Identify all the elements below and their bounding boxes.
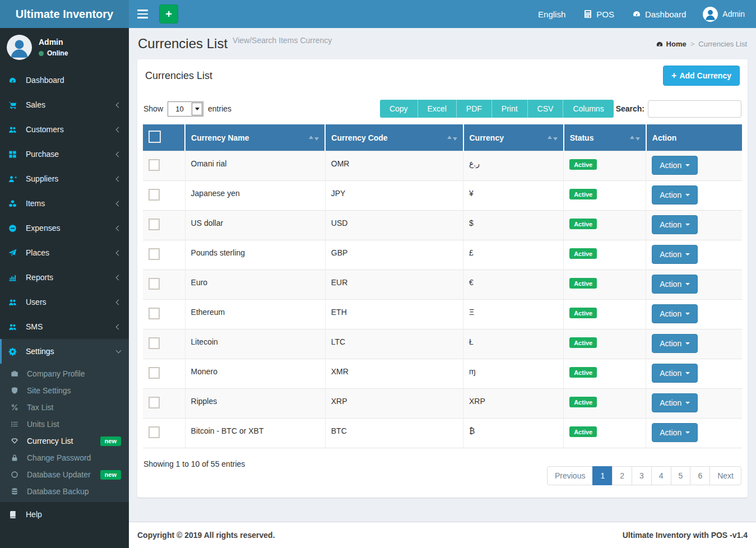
column-header-currency-name[interactable]: Currency Name	[185, 124, 325, 151]
sidebar-item-users[interactable]: Users	[0, 290, 129, 314]
select-all-checkbox[interactable]	[149, 131, 161, 143]
row-checkbox[interactable]	[149, 278, 160, 290]
sidebar-item-customers[interactable]: Customers	[0, 117, 129, 142]
row-checkbox[interactable]	[149, 219, 160, 230]
sidebar-item-settings[interactable]: Settings	[0, 339, 129, 364]
export-button-group: Copy Excel PDF Print CSV Columns	[380, 100, 614, 118]
sidebar-item-purchase[interactable]: Purchase	[0, 142, 129, 166]
user-menu[interactable]: Admin	[695, 0, 756, 28]
pagination-page-3[interactable]: 3	[632, 466, 652, 485]
sidebar-item-dashboard[interactable]: Dashboard	[0, 68, 129, 92]
pdf-button[interactable]: PDF	[456, 100, 491, 118]
sidebar-item-database-updater[interactable]: Database Updater new	[0, 466, 129, 483]
row-checkbox[interactable]	[149, 189, 160, 201]
action-button[interactable]: Action	[652, 304, 698, 323]
sidebar-item-expenses[interactable]: Expenses	[0, 216, 129, 240]
diamond-icon	[11, 437, 23, 445]
status-badge: Active	[569, 248, 597, 259]
pagination-previous[interactable]: Previous	[547, 466, 593, 485]
navbar-right: + English POS Dashboard Admin	[129, 0, 756, 28]
pagination-page-5[interactable]: 5	[671, 466, 691, 485]
action-button[interactable]: Action	[652, 423, 698, 442]
pagination-page-4[interactable]: 4	[651, 466, 671, 485]
table-row: Omani rial OMR ر.ع Active Action	[143, 151, 742, 181]
column-header-status[interactable]: Status	[564, 124, 646, 151]
sidebar-item-reports[interactable]: Reports	[0, 265, 129, 290]
pagination-page-6[interactable]: 6	[690, 466, 710, 485]
sidebar-item-help[interactable]: Help	[0, 502, 129, 527]
table-row: Euro EUR € Active Action	[143, 270, 742, 300]
currency-code: EUR	[325, 270, 463, 300]
column-header-currency[interactable]: Currency	[463, 124, 564, 151]
caret-down-icon	[685, 224, 690, 226]
action-button[interactable]: Action	[652, 156, 698, 175]
excel-button[interactable]: Excel	[418, 100, 456, 118]
sort-icon	[309, 135, 319, 141]
language-menu[interactable]: English	[529, 0, 574, 28]
caret-down-icon	[685, 342, 690, 345]
cart-icon	[8, 101, 22, 109]
search-input[interactable]	[648, 100, 741, 118]
print-button[interactable]: Print	[491, 100, 527, 118]
row-checkbox[interactable]	[149, 367, 160, 379]
lock-icon	[11, 454, 23, 462]
sidebar-item-tax-list[interactable]: Tax List	[0, 399, 129, 416]
sidebar-item-suppliers[interactable]: Suppliers	[0, 166, 129, 191]
sidebar-item-company-profile[interactable]: Company Profile	[0, 365, 129, 382]
row-checkbox[interactable]	[149, 337, 160, 349]
sidebar-item-units-list[interactable]: Units List	[0, 416, 129, 433]
row-checkbox[interactable]	[149, 159, 160, 171]
content-area: Currencies List View/Search Items Curren…	[129, 28, 756, 522]
pagination: Previous 1 2 3 4 5 6 Next	[547, 466, 741, 485]
csv-button[interactable]: CSV	[527, 100, 563, 118]
action-button[interactable]: Action	[652, 275, 698, 294]
row-checkbox[interactable]	[149, 426, 160, 438]
sidebar-item-change-password[interactable]: Change Password	[0, 449, 129, 466]
gears-icon	[8, 347, 22, 356]
sidebar-toggle-button[interactable]	[129, 0, 156, 28]
action-button[interactable]: Action	[652, 364, 698, 383]
action-button[interactable]: Action	[652, 185, 698, 205]
plus-icon: +	[671, 71, 676, 81]
currency-symbol: ɱ	[463, 359, 564, 389]
pagination-page-2[interactable]: 2	[612, 466, 632, 485]
sidebar-item-places[interactable]: Places	[0, 240, 129, 265]
pagination-next[interactable]: Next	[709, 466, 741, 485]
currency-symbol: Ł	[463, 329, 564, 359]
chevron-left-icon	[116, 176, 122, 182]
caret-down-icon	[685, 402, 690, 404]
action-button[interactable]: Action	[652, 334, 698, 353]
dashboard-link[interactable]: Dashboard	[623, 0, 695, 28]
online-dot-icon	[39, 51, 44, 56]
sidebar-item-database-backup[interactable]: Database Backup	[0, 483, 129, 500]
row-checkbox[interactable]	[149, 308, 160, 319]
sidebar-item-currency-list[interactable]: Currency List new	[0, 433, 129, 449]
currency-symbol: ¥	[463, 181, 564, 211]
columns-button[interactable]: Columns	[563, 100, 613, 118]
sidebar-item-items[interactable]: Items	[0, 191, 129, 216]
table-row: Pounds sterling GBP £ Active Action	[143, 240, 742, 270]
currency-code: USD	[325, 211, 463, 240]
column-header-currency-code[interactable]: Currency Code	[325, 124, 463, 151]
row-checkbox[interactable]	[149, 248, 160, 260]
action-button[interactable]: Action	[652, 245, 698, 264]
quick-add-button[interactable]: +	[159, 4, 178, 24]
action-button[interactable]: Action	[652, 393, 698, 412]
show-label: Show	[143, 104, 163, 113]
pagination-page-1[interactable]: 1	[592, 466, 613, 485]
sidebar-item-sms[interactable]: SMS	[0, 314, 129, 339]
row-checkbox[interactable]	[149, 397, 160, 408]
currency-symbol: XRP	[463, 389, 564, 419]
currency-name: Monero	[185, 359, 325, 389]
brand-logo[interactable]: Ultimate Inventory	[0, 0, 129, 28]
action-button[interactable]: Action	[652, 215, 698, 234]
sidebar-item-site-settings[interactable]: Site Settings	[0, 382, 129, 399]
pos-link[interactable]: POS	[574, 0, 623, 28]
status-badge: Active	[569, 367, 597, 378]
user-plus-icon	[8, 175, 22, 183]
copy-button[interactable]: Copy	[380, 100, 418, 118]
add-currency-button[interactable]: + Add Currency	[663, 66, 740, 86]
sidebar-item-sales[interactable]: Sales	[0, 92, 129, 117]
breadcrumb-home[interactable]: Home	[656, 40, 687, 48]
entries-select[interactable]: 10	[168, 101, 203, 117]
